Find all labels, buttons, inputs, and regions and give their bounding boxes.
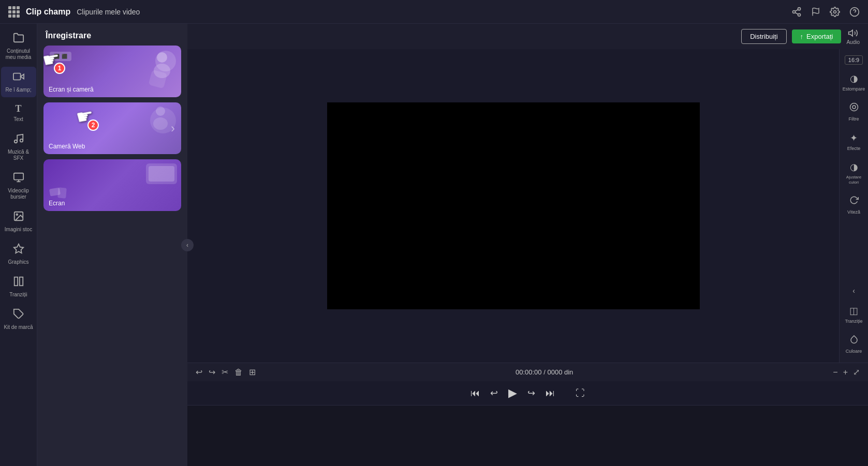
apps-grid-icon[interactable]: [8, 6, 20, 18]
sidebar-label-text: Text: [13, 116, 23, 123]
left-sidebar: Conținutul meu media Re î &amp; T Text M…: [0, 24, 37, 466]
rs-item-efecte[interactable]: ✦ Efecte: [841, 128, 867, 156]
camera-icon: [13, 71, 24, 85]
svg-line-3: [795, 12, 798, 14]
audio-label: Audio: [846, 39, 860, 45]
export-button[interactable]: ↑ Exportați: [792, 29, 842, 43]
undo-button[interactable]: ↩: [196, 367, 202, 377]
kit-marca-icon: [13, 308, 24, 322]
sidebar-label-imagini: Imagini stoc: [5, 227, 32, 233]
top-action-bar: Distribuiți ↑ Exportați Audio: [187, 24, 868, 49]
sidebar-label-continut: Conținutul meu media: [3, 48, 34, 61]
svg-rect-10: [13, 73, 20, 80]
help-icon[interactable]: [849, 7, 860, 17]
sidebar-item-text[interactable]: T Text: [1, 99, 36, 127]
ajustare-culori-icon: ◑: [850, 161, 858, 173]
export-icon: ↑: [800, 33, 804, 40]
rs-label-efecte: Efecte: [847, 146, 861, 152]
fullscreen-button[interactable]: ⛶: [576, 388, 585, 399]
card-label-ecran-camera: Ecran și cameră: [49, 86, 94, 93]
right-sidebar: 16:9 ◑ Estompare Filtre ✦ Efecte ◑: [839, 49, 868, 363]
sidebar-label-inregistrare: Re î &amp;: [5, 87, 31, 93]
step-forward-button[interactable]: ↪: [527, 387, 535, 399]
panel-collapse-button[interactable]: ‹: [181, 239, 194, 251]
zoom-in-button[interactable]: +: [843, 367, 848, 377]
rs-item-tranzitie[interactable]: ◫ Tranziție: [841, 301, 867, 328]
rs-item-filtre[interactable]: Filtre: [841, 98, 867, 126]
card-ecran[interactable]: Ecran: [43, 159, 181, 211]
audio-button[interactable]: Audio: [846, 28, 860, 45]
rs-item-ajustare-culori[interactable]: ◑ Ajustare culori: [841, 157, 867, 189]
card-label-camera-web: Cameră Web: [49, 143, 85, 150]
sidebar-item-muzica-sfx[interactable]: Muzică & SFX: [1, 129, 36, 166]
card-ecran-si-camera[interactable]: ⬛⬛ Ecran și cameră: [43, 46, 181, 97]
aspect-ratio-badge[interactable]: 16:9: [845, 55, 863, 65]
svg-point-17: [16, 214, 18, 215]
main-layout: Conținutul meu media Re î &amp; T Text M…: [0, 24, 868, 466]
skip-back-button[interactable]: ⏮: [470, 388, 480, 399]
app-name: Clip champ: [26, 7, 70, 17]
cut-button[interactable]: ✂: [222, 367, 228, 377]
step-back-button[interactable]: ↩: [490, 387, 498, 399]
rs-label-culoare: Culoare: [846, 349, 862, 354]
svg-point-25: [153, 117, 168, 130]
zoom-out-button[interactable]: −: [833, 367, 837, 377]
svg-point-12: [20, 139, 23, 142]
sidebar-item-kit-marca[interactable]: Kit de marcă: [1, 304, 36, 335]
rs-item-culoare[interactable]: Culoare: [841, 330, 867, 358]
flag-icon[interactable]: [811, 7, 820, 17]
distribute-button[interactable]: Distribuiți: [741, 29, 786, 44]
sidebar-item-continut-meu-media[interactable]: Conținutul meu media: [1, 28, 36, 65]
zoom-fit-button[interactable]: ⤢: [853, 367, 860, 377]
svg-point-22: [157, 52, 167, 63]
card-label-ecran: Ecran: [49, 200, 65, 207]
image-icon: [13, 211, 24, 224]
rs-collapse-arrow[interactable]: ‹: [848, 282, 859, 299]
tranzitii-icon: [13, 276, 24, 290]
playback-controls: ⏮ ↩ ▶ ↪ ⏭ ⛶: [187, 381, 868, 405]
sidebar-item-graphics[interactable]: Graphics: [1, 239, 36, 269]
video-preview-container: [187, 49, 839, 363]
svg-point-6: [834, 10, 836, 13]
clip-button[interactable]: ⊞: [249, 367, 256, 377]
timeline-track-area[interactable]: [187, 405, 868, 466]
sidebar-label-videoclip: Videoclip bursier: [3, 188, 34, 200]
timeline-time: 00:00:00 / 0000 din: [516, 368, 573, 376]
nav-link[interactable]: Clipurile mele video: [77, 8, 140, 16]
video-icon: [13, 172, 24, 186]
efecte-icon: ✦: [850, 132, 858, 144]
sidebar-item-videoclip-bursier[interactable]: Videoclip bursier: [1, 168, 36, 204]
rs-label-ajustare-culori: Ajustare culori: [842, 175, 866, 185]
rs-item-estompare[interactable]: ◑ Estompare: [841, 69, 867, 96]
svg-marker-18: [13, 244, 23, 253]
rs-label-viteza: Viteză: [847, 209, 860, 215]
music-icon: [13, 133, 24, 147]
folder-icon: [13, 32, 24, 46]
svg-marker-26: [849, 30, 853, 36]
sidebar-item-imagini-stoc[interactable]: Imagini stoc: [1, 206, 36, 237]
sidebar-item-inregistrare[interactable]: Re î &amp;: [1, 67, 36, 97]
card-camera-web[interactable]: › Cameră Web: [43, 102, 181, 154]
rs-label-tranzitie: Tranziție: [845, 319, 862, 324]
svg-rect-13: [13, 173, 23, 180]
svg-point-2: [798, 13, 801, 16]
share-icon[interactable]: [791, 7, 802, 17]
redo-button[interactable]: ↪: [209, 367, 215, 377]
timeline-area: ↩ ↪ ✂ 🗑 ⊞ 00:00:00 / 0000 din − + ⤢ ⏮: [187, 363, 868, 466]
play-button[interactable]: ▶: [508, 386, 517, 400]
sidebar-label-graphics: Graphics: [8, 259, 28, 265]
tranzitie-icon: ◫: [849, 305, 858, 317]
svg-rect-20: [19, 277, 22, 286]
svg-point-11: [14, 140, 17, 143]
settings-icon[interactable]: [830, 7, 840, 17]
rs-item-viteza[interactable]: Viteză: [841, 191, 867, 219]
delete-button[interactable]: 🗑: [234, 368, 243, 377]
graphics-icon: [13, 243, 24, 257]
sidebar-item-tranzitii[interactable]: Tranziții: [1, 272, 36, 302]
svg-point-24: [156, 107, 165, 116]
timeline-toolbar: ↩ ↪ ✂ 🗑 ⊞ 00:00:00 / 0000 din − + ⤢: [187, 363, 868, 381]
recording-panel: Înregistrare ⬛⬛: [37, 24, 187, 466]
svg-marker-9: [20, 74, 23, 79]
skip-forward-button[interactable]: ⏭: [546, 388, 555, 399]
time-current: 00:00:00: [516, 368, 542, 376]
